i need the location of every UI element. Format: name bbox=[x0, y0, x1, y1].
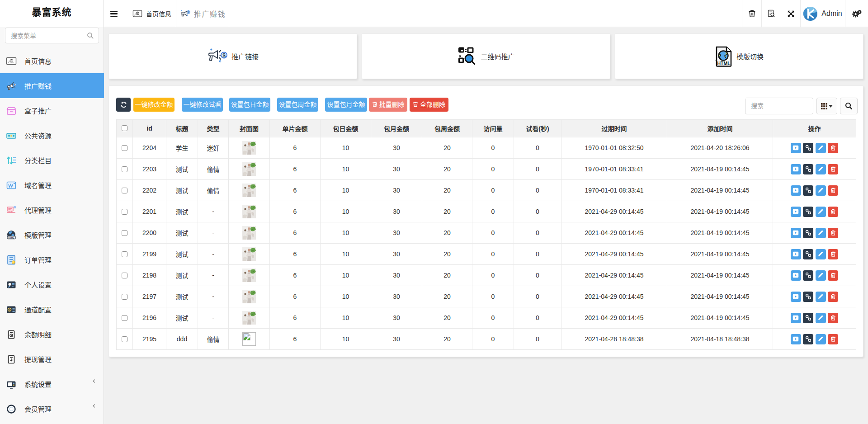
svg-text:$: $ bbox=[9, 308, 10, 311]
svg-text:HTML: HTML bbox=[717, 61, 731, 66]
svg-text:$: $ bbox=[188, 11, 189, 14]
svg-text:$: $ bbox=[222, 52, 226, 58]
svg-text:HTML: HTML bbox=[9, 236, 14, 239]
